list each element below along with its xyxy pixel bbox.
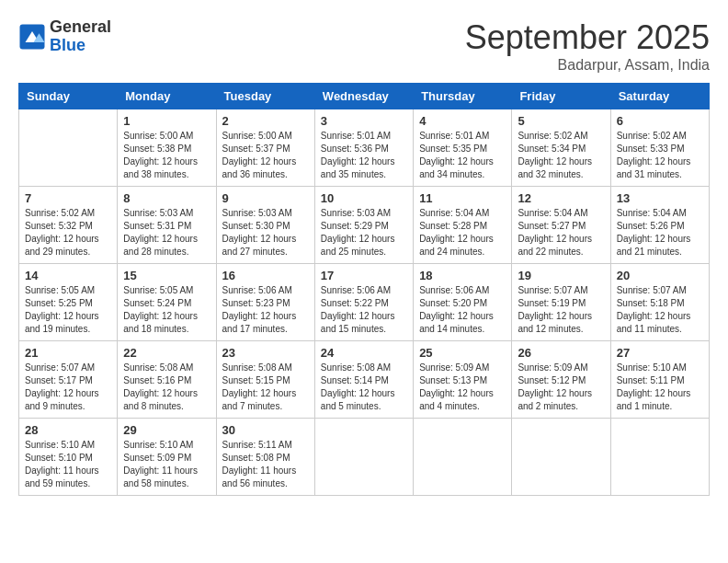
calendar-cell: 1Sunrise: 5:00 AM Sunset: 5:38 PM Daylig… [118,109,216,187]
calendar-cell: 19Sunrise: 5:07 AM Sunset: 5:19 PM Dayli… [512,264,610,341]
calendar-cell: 11Sunrise: 5:04 AM Sunset: 5:28 PM Dayli… [414,187,512,264]
logo: General Blue [18,18,111,55]
day-number: 15 [123,269,210,282]
day-info: Sunrise: 5:10 AM Sunset: 5:11 PM Dayligh… [617,362,703,413]
weekday-header: Friday [512,84,610,109]
day-number: 2 [222,114,309,128]
day-info: Sunrise: 5:02 AM Sunset: 5:32 PM Dayligh… [25,207,111,259]
day-number: 18 [419,269,506,282]
day-info: Sunrise: 5:06 AM Sunset: 5:22 PM Dayligh… [321,284,407,336]
day-info: Sunrise: 5:06 AM Sunset: 5:23 PM Dayligh… [222,284,309,336]
calendar-cell: 14Sunrise: 5:05 AM Sunset: 5:25 PM Dayli… [19,264,118,341]
calendar-cell: 18Sunrise: 5:06 AM Sunset: 5:20 PM Dayli… [414,264,512,341]
calendar-cell [314,419,413,496]
calendar-cell: 25Sunrise: 5:09 AM Sunset: 5:13 PM Dayli… [414,341,512,419]
calendar-cell: 5Sunrise: 5:02 AM Sunset: 5:34 PM Daylig… [512,109,610,187]
calendar-body: 1Sunrise: 5:00 AM Sunset: 5:38 PM Daylig… [19,109,710,496]
day-info: Sunrise: 5:01 AM Sunset: 5:36 PM Dayligh… [321,130,407,181]
day-info: Sunrise: 5:00 AM Sunset: 5:37 PM Dayligh… [222,130,309,181]
day-info: Sunrise: 5:08 AM Sunset: 5:16 PM Dayligh… [123,362,210,413]
calendar-table: SundayMondayTuesdayWednesdayThursdayFrid… [18,83,710,496]
day-info: Sunrise: 5:02 AM Sunset: 5:34 PM Dayligh… [518,130,604,181]
calendar-cell: 29Sunrise: 5:10 AM Sunset: 5:09 PM Dayli… [118,419,216,496]
weekday-header: Saturday [610,84,709,109]
day-info: Sunrise: 5:05 AM Sunset: 5:25 PM Dayligh… [25,284,111,336]
day-number: 24 [321,346,407,360]
calendar-cell: 26Sunrise: 5:09 AM Sunset: 5:12 PM Dayli… [512,341,610,419]
day-info: Sunrise: 5:04 AM Sunset: 5:26 PM Dayligh… [617,207,703,259]
day-info: Sunrise: 5:02 AM Sunset: 5:33 PM Dayligh… [617,130,703,181]
day-number: 1 [123,114,210,128]
calendar-cell: 22Sunrise: 5:08 AM Sunset: 5:16 PM Dayli… [118,341,216,419]
calendar-cell: 10Sunrise: 5:03 AM Sunset: 5:29 PM Dayli… [314,187,413,264]
day-info: Sunrise: 5:01 AM Sunset: 5:35 PM Dayligh… [419,130,506,181]
day-number: 17 [321,269,407,282]
day-number: 12 [518,191,604,205]
month-title: September 2025 [465,18,710,57]
title-block: September 2025 Badarpur, Assam, India [465,18,710,74]
page-header: General Blue September 2025 Badarpur, As… [18,18,710,74]
calendar-cell [414,419,512,496]
weekday-header-row: SundayMondayTuesdayWednesdayThursdayFrid… [19,84,710,109]
day-info: Sunrise: 5:09 AM Sunset: 5:12 PM Dayligh… [518,362,604,413]
day-number: 3 [321,114,407,128]
calendar-cell: 21Sunrise: 5:07 AM Sunset: 5:17 PM Dayli… [19,341,118,419]
calendar-cell: 30Sunrise: 5:11 AM Sunset: 5:08 PM Dayli… [216,419,314,496]
calendar-cell [19,109,118,187]
day-number: 16 [222,269,309,282]
day-number: 26 [518,346,604,360]
day-info: Sunrise: 5:07 AM Sunset: 5:17 PM Dayligh… [25,362,111,413]
day-info: Sunrise: 5:09 AM Sunset: 5:13 PM Dayligh… [419,362,506,413]
calendar-cell: 20Sunrise: 5:07 AM Sunset: 5:18 PM Dayli… [610,264,709,341]
calendar-cell: 24Sunrise: 5:08 AM Sunset: 5:14 PM Dayli… [314,341,413,419]
calendar-week-row: 1Sunrise: 5:00 AM Sunset: 5:38 PM Daylig… [19,109,710,187]
day-number: 19 [518,269,604,282]
day-info: Sunrise: 5:11 AM Sunset: 5:08 PM Dayligh… [222,439,309,490]
day-number: 5 [518,114,604,128]
day-info: Sunrise: 5:10 AM Sunset: 5:09 PM Dayligh… [123,439,210,490]
calendar-cell: 27Sunrise: 5:10 AM Sunset: 5:11 PM Dayli… [610,341,709,419]
calendar-cell: 16Sunrise: 5:06 AM Sunset: 5:23 PM Dayli… [216,264,314,341]
day-number: 11 [419,191,506,205]
day-number: 13 [617,191,703,205]
weekday-header: Wednesday [314,84,413,109]
calendar-week-row: 28Sunrise: 5:10 AM Sunset: 5:10 PM Dayli… [19,419,710,496]
calendar-cell: 13Sunrise: 5:04 AM Sunset: 5:26 PM Dayli… [610,187,709,264]
day-number: 29 [123,423,210,437]
calendar-week-row: 7Sunrise: 5:02 AM Sunset: 5:32 PM Daylig… [19,187,710,264]
day-info: Sunrise: 5:03 AM Sunset: 5:31 PM Dayligh… [123,207,210,259]
calendar-cell: 15Sunrise: 5:05 AM Sunset: 5:24 PM Dayli… [118,264,216,341]
calendar-week-row: 21Sunrise: 5:07 AM Sunset: 5:17 PM Dayli… [19,341,710,419]
day-info: Sunrise: 5:06 AM Sunset: 5:20 PM Dayligh… [419,284,506,336]
day-number: 14 [25,269,111,282]
calendar-header: SundayMondayTuesdayWednesdayThursdayFrid… [19,84,710,109]
weekday-header: Sunday [19,84,118,109]
day-number: 21 [25,346,111,360]
day-info: Sunrise: 5:08 AM Sunset: 5:15 PM Dayligh… [222,362,309,413]
day-number: 7 [25,191,111,205]
weekday-header: Tuesday [216,84,314,109]
weekday-header: Thursday [414,84,512,109]
logo-text: General Blue [50,18,111,55]
calendar-cell: 3Sunrise: 5:01 AM Sunset: 5:36 PM Daylig… [314,109,413,187]
day-info: Sunrise: 5:04 AM Sunset: 5:28 PM Dayligh… [419,207,506,259]
calendar-cell: 2Sunrise: 5:00 AM Sunset: 5:37 PM Daylig… [216,109,314,187]
day-number: 9 [222,191,309,205]
day-info: Sunrise: 5:03 AM Sunset: 5:29 PM Dayligh… [321,207,407,259]
day-info: Sunrise: 5:10 AM Sunset: 5:10 PM Dayligh… [25,439,111,490]
logo-icon [18,23,46,51]
calendar-cell: 8Sunrise: 5:03 AM Sunset: 5:31 PM Daylig… [118,187,216,264]
calendar-cell: 28Sunrise: 5:10 AM Sunset: 5:10 PM Dayli… [19,419,118,496]
calendar-cell: 23Sunrise: 5:08 AM Sunset: 5:15 PM Dayli… [216,341,314,419]
day-info: Sunrise: 5:00 AM Sunset: 5:38 PM Dayligh… [123,130,210,181]
location-subtitle: Badarpur, Assam, India [465,57,710,74]
day-info: Sunrise: 5:04 AM Sunset: 5:27 PM Dayligh… [518,207,604,259]
day-info: Sunrise: 5:05 AM Sunset: 5:24 PM Dayligh… [123,284,210,336]
day-info: Sunrise: 5:07 AM Sunset: 5:19 PM Dayligh… [518,284,604,336]
day-number: 28 [25,423,111,437]
day-number: 6 [617,114,703,128]
calendar-cell: 4Sunrise: 5:01 AM Sunset: 5:35 PM Daylig… [414,109,512,187]
day-number: 20 [617,269,703,282]
day-info: Sunrise: 5:07 AM Sunset: 5:18 PM Dayligh… [617,284,703,336]
calendar-cell: 6Sunrise: 5:02 AM Sunset: 5:33 PM Daylig… [610,109,709,187]
